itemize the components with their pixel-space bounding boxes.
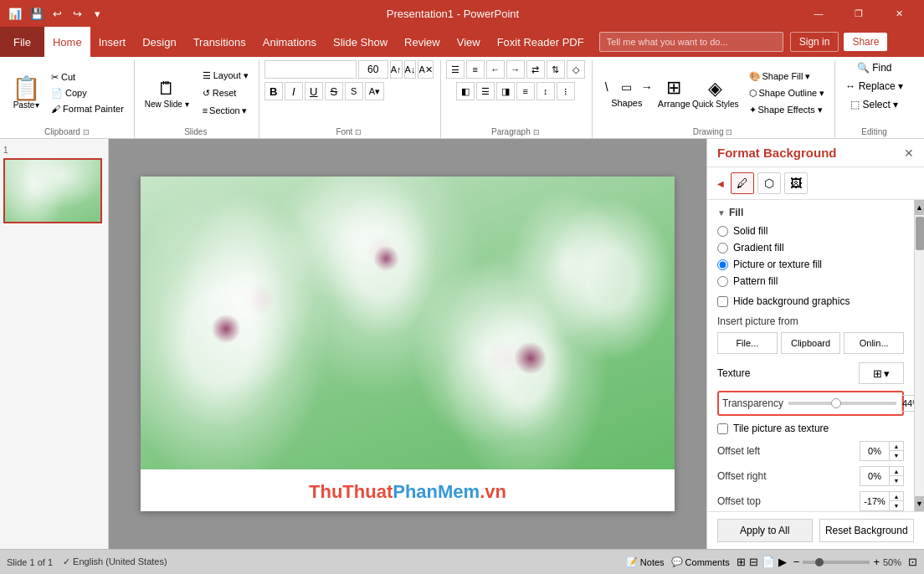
scroll-down-btn[interactable]: ▼ bbox=[915, 496, 924, 511]
hide-background-checkbox[interactable] bbox=[717, 296, 728, 307]
justify-btn[interactable]: ≡ bbox=[516, 82, 535, 100]
strikethrough-button[interactable]: S bbox=[325, 82, 343, 100]
clipboard-button[interactable]: Clipboard bbox=[781, 332, 841, 354]
decrease-font-btn[interactable]: A↓ bbox=[404, 60, 417, 79]
bold-button[interactable]: B bbox=[264, 82, 283, 100]
menu-foxit[interactable]: Foxit Reader PDF bbox=[489, 27, 593, 57]
picture-fill-radio[interactable] bbox=[717, 259, 728, 270]
menu-design[interactable]: Design bbox=[134, 27, 184, 57]
gradient-fill-option[interactable]: Gradient fill bbox=[717, 242, 904, 254]
tell-me-input[interactable] bbox=[599, 32, 783, 52]
scroll-up-btn[interactable]: ▲ bbox=[915, 200, 924, 215]
select-button[interactable]: ⬚ Select ▾ bbox=[845, 97, 903, 112]
offset-right-input[interactable] bbox=[860, 467, 889, 485]
offset-left-up[interactable]: ▲ bbox=[890, 442, 903, 451]
font-color-button[interactable]: A▾ bbox=[365, 82, 384, 100]
rtl-btn[interactable]: ⇄ bbox=[526, 60, 545, 79]
scroll-thumb[interactable] bbox=[916, 217, 924, 250]
menu-transitions[interactable]: Transitions bbox=[185, 27, 254, 57]
tile-checkbox[interactable] bbox=[717, 423, 728, 434]
reset-button[interactable]: ↺ Reset bbox=[199, 86, 252, 100]
convert-smartart-btn[interactable]: ◇ bbox=[567, 60, 585, 79]
comments-button[interactable]: 💬 Comments bbox=[671, 556, 730, 567]
offset-right-up[interactable]: ▲ bbox=[890, 467, 903, 476]
replace-button[interactable]: ↔ Replace ▾ bbox=[840, 79, 908, 94]
hide-background-option[interactable]: Hide background graphics bbox=[717, 295, 904, 307]
text-columns-btn[interactable]: ⫶ bbox=[557, 82, 575, 100]
close-btn[interactable]: ✕ bbox=[880, 0, 917, 27]
picture-fill-option[interactable]: Picture or texture fill bbox=[717, 259, 904, 270]
undo-btn[interactable]: ↩ bbox=[49, 5, 65, 22]
offset-right-down[interactable]: ▼ bbox=[890, 476, 903, 485]
apply-to-all-button[interactable]: Apply to All bbox=[717, 519, 813, 542]
pattern-fill-option[interactable]: Pattern fill bbox=[717, 275, 904, 287]
font-size-input[interactable]: 60 bbox=[358, 60, 388, 79]
bullets-btn[interactable]: ☰ bbox=[446, 60, 465, 79]
zoom-out-btn[interactable]: − bbox=[793, 556, 800, 568]
menu-animations[interactable]: Animations bbox=[254, 27, 325, 57]
pattern-fill-radio[interactable] bbox=[717, 276, 728, 287]
menu-insert[interactable]: Insert bbox=[90, 27, 135, 57]
font-name-input[interactable] bbox=[264, 60, 357, 79]
offset-top-up[interactable]: ▲ bbox=[890, 492, 903, 501]
reset-background-button[interactable]: Reset Background bbox=[819, 519, 915, 542]
share-button[interactable]: Share bbox=[844, 33, 887, 51]
section-button[interactable]: ≡ Section ▾ bbox=[199, 104, 252, 118]
minimize-btn[interactable]: — bbox=[800, 0, 837, 27]
language-indicator[interactable]: ✓ English (United States) bbox=[63, 556, 167, 567]
shape-line[interactable]: \ bbox=[598, 78, 616, 96]
copy-button[interactable]: 📄 Copy bbox=[48, 86, 127, 100]
cut-button[interactable]: ✂ Cut bbox=[48, 70, 127, 85]
customize-btn[interactable]: ▾ bbox=[89, 5, 105, 22]
panel-tab-fill[interactable]: 🖊 bbox=[731, 172, 754, 194]
text-direction-btn[interactable]: ⇅ bbox=[547, 60, 565, 79]
panel-tab-picture[interactable]: 🖼 bbox=[784, 172, 808, 194]
menu-review[interactable]: Review bbox=[396, 27, 449, 57]
shadow-button[interactable]: S bbox=[345, 82, 363, 100]
reading-view-btn[interactable]: 📄 bbox=[762, 556, 775, 568]
tell-me-box[interactable] bbox=[599, 32, 783, 52]
fit-slide-btn[interactable]: ⊡ bbox=[908, 556, 917, 568]
zoom-slider[interactable] bbox=[803, 561, 870, 564]
underline-button[interactable]: U bbox=[305, 82, 323, 100]
shape-rect[interactable]: ▭ bbox=[618, 78, 636, 96]
slide-canvas[interactable]: ThuThuatPhanMem.vn bbox=[141, 177, 675, 511]
find-button[interactable]: 🔍 Find bbox=[852, 60, 897, 75]
align-center-btn[interactable]: ☰ bbox=[476, 82, 495, 100]
normal-view-btn[interactable]: ⊞ bbox=[737, 556, 746, 568]
indent-inc-btn[interactable]: → bbox=[506, 60, 525, 79]
gradient-fill-radio[interactable] bbox=[717, 243, 728, 254]
maximize-btn[interactable]: ❐ bbox=[840, 0, 877, 27]
indent-dec-btn[interactable]: ← bbox=[486, 60, 505, 79]
slide-sorter-btn[interactable]: ⊟ bbox=[749, 556, 758, 568]
align-right-btn[interactable]: ◨ bbox=[496, 82, 515, 100]
panel-scrollbar[interactable]: ▲ ▼ bbox=[914, 200, 924, 511]
menu-home[interactable]: Home bbox=[44, 27, 90, 57]
offset-left-down[interactable]: ▼ bbox=[890, 451, 903, 460]
save-btn[interactable]: 💾 bbox=[28, 5, 45, 22]
shape-arrow[interactable]: → bbox=[638, 78, 656, 96]
texture-button[interactable]: ⊞ ▾ bbox=[859, 362, 904, 384]
file-button[interactable]: File... bbox=[717, 332, 778, 354]
align-left-btn[interactable]: ◧ bbox=[456, 82, 475, 100]
notes-button[interactable]: 📝 Notes bbox=[626, 556, 665, 567]
offset-top-down[interactable]: ▼ bbox=[890, 501, 903, 510]
paste-button[interactable]: 📋 Paste ▾ bbox=[7, 74, 46, 113]
solid-fill-option[interactable]: Solid fill bbox=[717, 225, 904, 237]
offset-left-input[interactable] bbox=[860, 442, 889, 460]
tile-option[interactable]: Tile picture as texture bbox=[717, 423, 904, 434]
format-painter-button[interactable]: 🖌 Format Painter bbox=[48, 102, 127, 115]
new-slide-button[interactable]: 🗒 New Slide ▾ bbox=[140, 74, 194, 112]
panel-close-button[interactable]: ✕ bbox=[904, 146, 914, 160]
menu-view[interactable]: View bbox=[449, 27, 489, 57]
slide-thumbnail[interactable] bbox=[3, 158, 102, 223]
shape-outline-button[interactable]: ⬡ Shape Outline ▾ bbox=[746, 86, 829, 100]
italic-button[interactable]: I bbox=[285, 82, 303, 100]
menu-slideshow[interactable]: Slide Show bbox=[325, 27, 396, 57]
online-button[interactable]: Onlin... bbox=[844, 332, 904, 354]
menu-file[interactable]: File bbox=[0, 27, 44, 57]
panel-tab-shape[interactable]: ⬡ bbox=[757, 172, 781, 194]
layout-button[interactable]: ☰ Layout ▾ bbox=[199, 69, 252, 83]
clear-format-btn[interactable]: A✕ bbox=[418, 60, 433, 79]
increase-font-btn[interactable]: A↑ bbox=[390, 60, 403, 79]
